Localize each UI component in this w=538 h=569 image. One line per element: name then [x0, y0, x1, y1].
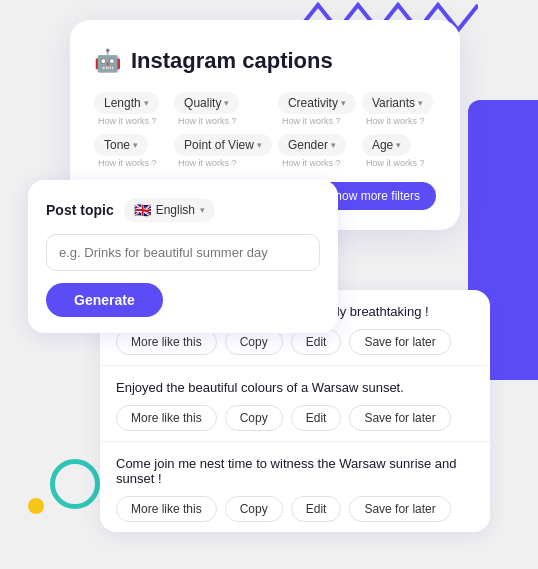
filter-quality: Quality ▾ How it works ?: [174, 92, 272, 126]
language-label: English: [156, 203, 195, 217]
result-actions-2: More like this Copy Edit Save for later: [116, 405, 474, 431]
post-topic-row: Post topic 🇬🇧 English ▾: [46, 198, 320, 222]
filter-length-btn[interactable]: Length ▾: [94, 92, 159, 114]
filter-age: Age ▾ How it works ?: [362, 134, 436, 168]
more-like-this-button-3[interactable]: More like this: [116, 496, 217, 522]
copy-button-3[interactable]: Copy: [225, 496, 283, 522]
filter-tone: Tone ▾ How it works ?: [94, 134, 168, 168]
language-selector[interactable]: 🇬🇧 English ▾: [124, 198, 215, 222]
filter-age-btn[interactable]: Age ▾: [362, 134, 411, 156]
filter-gender-btn[interactable]: Gender ▾: [278, 134, 346, 156]
filter-gender: Gender ▾ How it works ?: [278, 134, 356, 168]
result-item-3: Come join me nest time to witness the Wa…: [100, 442, 490, 532]
filter-quality-btn[interactable]: Quality ▾: [174, 92, 239, 114]
save-for-later-button-1[interactable]: Save for later: [349, 329, 450, 355]
result-actions-3: More like this Copy Edit Save for later: [116, 496, 474, 522]
post-topic-panel: Post topic 🇬🇧 English ▾ Generate: [28, 180, 338, 333]
green-circle-decoration: [50, 459, 100, 509]
save-for-later-button-3[interactable]: Save for later: [349, 496, 450, 522]
chevron-down-icon: ▾: [257, 140, 262, 150]
filter-creativity-btn[interactable]: Creativity ▾: [278, 92, 356, 114]
filter-tone-btn[interactable]: Tone ▾: [94, 134, 148, 156]
generate-button[interactable]: Generate: [46, 283, 163, 317]
copy-button-2[interactable]: Copy: [225, 405, 283, 431]
more-like-this-button-2[interactable]: More like this: [116, 405, 217, 431]
filter-point-of-view-btn[interactable]: Point of View ▾: [174, 134, 272, 156]
chevron-down-icon: ▾: [331, 140, 336, 150]
page-title: Instagram captions: [131, 48, 333, 74]
topic-input[interactable]: [46, 234, 320, 271]
result-item-2: Enjoyed the beautiful colours of a Warsa…: [100, 366, 490, 442]
result-text-3: Come join me nest time to witness the Wa…: [116, 456, 474, 486]
chevron-down-icon: ▾: [144, 98, 149, 108]
post-topic-label: Post topic: [46, 202, 114, 218]
filter-point-of-view: Point of View ▾ How it works ?: [174, 134, 272, 168]
title-row: 🤖 Instagram captions: [94, 48, 436, 74]
filter-variants: Variants ▾ How it works ?: [362, 92, 436, 126]
chevron-down-icon: ▾: [224, 98, 229, 108]
edit-button-2[interactable]: Edit: [291, 405, 342, 431]
filters-grid: Length ▾ How it works ? Quality ▾ How it…: [94, 92, 436, 168]
chevron-down-icon: ▾: [200, 205, 205, 215]
filter-length: Length ▾ How it works ?: [94, 92, 168, 126]
yellow-dot-decoration: [28, 498, 44, 514]
edit-button-3[interactable]: Edit: [291, 496, 342, 522]
flag-icon: 🇬🇧: [134, 202, 151, 218]
chevron-down-icon: ▾: [396, 140, 401, 150]
app-icon: 🤖: [94, 48, 121, 74]
filter-creativity: Creativity ▾ How it works ?: [278, 92, 356, 126]
save-for-later-button-2[interactable]: Save for later: [349, 405, 450, 431]
filter-variants-btn[interactable]: Variants ▾: [362, 92, 433, 114]
result-text-2: Enjoyed the beautiful colours of a Warsa…: [116, 380, 474, 395]
chevron-down-icon: ▾: [418, 98, 423, 108]
chevron-down-icon: ▾: [133, 140, 138, 150]
chevron-down-icon: ▾: [341, 98, 346, 108]
